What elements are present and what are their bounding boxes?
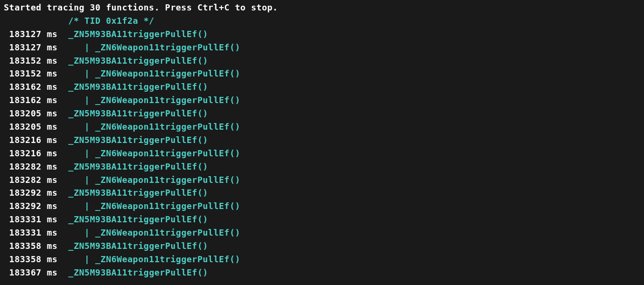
inner-indent: |	[57, 148, 95, 158]
outer-func: _ZN5M93BA11triggerPullEf()	[68, 162, 208, 171]
inner-indent: |	[57, 122, 95, 132]
outer-indent	[57, 266, 68, 279]
inner-func: _ZN6Weapon11triggerPullEf()	[95, 95, 240, 105]
trace-line: 183127 ms _ZN5M93BA11triggerPullEf()	[4, 28, 640, 41]
ms-label: ms	[47, 254, 58, 264]
outer-indent	[57, 80, 68, 94]
trace-line: 183216 ms | _ZN6Weapon11triggerPullEf()	[4, 147, 640, 160]
trace-line: 183358 ms _ZN5M93BA11triggerPullEf()	[4, 239, 640, 253]
ms-label: ms	[47, 135, 58, 145]
trace-line: 183282 ms _ZN5M93BA11triggerPullEf()	[4, 160, 640, 173]
inner-indent: |	[57, 228, 95, 238]
outer-indent	[57, 186, 68, 200]
timestamp: 183162	[4, 82, 47, 92]
outer-indent	[57, 133, 68, 147]
inner-func: _ZN6Weapon11triggerPullEf()	[95, 228, 240, 238]
inner-indent: |	[57, 201, 95, 211]
outer-func: _ZN5M93BA11triggerPullEf()	[68, 241, 208, 251]
inner-func: _ZN6Weapon11triggerPullEf()	[95, 42, 240, 52]
outer-indent	[57, 54, 68, 67]
ms-label: ms	[47, 148, 58, 158]
inner-indent: |	[57, 175, 95, 185]
ms-label: ms	[47, 228, 58, 238]
ms-label: ms	[47, 162, 58, 171]
timestamp: 183205	[4, 122, 47, 132]
outer-func: _ZN5M93BA11triggerPullEf()	[68, 135, 208, 145]
trace-line: 183205 ms _ZN5M93BA11triggerPullEf()	[4, 107, 640, 120]
trace-line: 183282 ms | _ZN6Weapon11triggerPullEf()	[4, 173, 640, 187]
inner-indent: |	[57, 42, 95, 52]
trace-line: 183292 ms | _ZN6Weapon11triggerPullEf()	[4, 200, 640, 213]
ms-label: ms	[47, 175, 58, 185]
outer-func: _ZN5M93BA11triggerPullEf()	[68, 108, 208, 118]
outer-indent	[57, 239, 68, 253]
trace-line: 183205 ms | _ZN6Weapon11triggerPullEf()	[4, 120, 640, 133]
ms-label: ms	[47, 42, 58, 52]
outer-indent	[57, 213, 68, 226]
inner-func: _ZN6Weapon11triggerPullEf()	[95, 122, 240, 132]
timestamp: 183127	[4, 29, 47, 39]
trace-lines-container: 183127 ms _ZN5M93BA11triggerPullEf() 183…	[4, 28, 640, 279]
inner-func: _ZN6Weapon11triggerPullEf()	[95, 148, 240, 158]
timestamp: 183358	[4, 241, 47, 251]
timestamp: 183152	[4, 68, 47, 78]
trace-line: 183162 ms | _ZN6Weapon11triggerPullEf()	[4, 94, 640, 107]
outer-func: _ZN5M93BA11triggerPullEf()	[68, 82, 208, 92]
outer-func: _ZN5M93BA11triggerPullEf()	[68, 214, 208, 224]
timestamp: 183358	[4, 254, 47, 264]
timestamp: 183152	[4, 56, 47, 66]
ms-label: ms	[47, 68, 58, 78]
trace-line: 183331 ms _ZN5M93BA11triggerPullEf()	[4, 213, 640, 226]
tid-comment: /* TID 0x1f2a */	[68, 16, 154, 26]
outer-func: _ZN5M93BA11triggerPullEf()	[68, 188, 208, 198]
timestamp: 183331	[4, 228, 47, 238]
tid-indent	[4, 14, 68, 28]
timestamp: 183216	[4, 135, 47, 145]
ms-label: ms	[47, 122, 58, 132]
trace-header: Started tracing 30 functions. Press Ctrl…	[4, 1, 640, 14]
trace-line: 183358 ms | _ZN6Weapon11triggerPullEf()	[4, 253, 640, 266]
outer-indent	[57, 160, 68, 173]
trace-line: 183127 ms | _ZN6Weapon11triggerPullEf()	[4, 41, 640, 54]
outer-indent	[57, 28, 68, 41]
timestamp: 183216	[4, 148, 47, 158]
ms-label: ms	[47, 201, 58, 211]
timestamp: 183331	[4, 214, 47, 224]
ms-label: ms	[47, 29, 58, 39]
inner-func: _ZN6Weapon11triggerPullEf()	[95, 68, 240, 78]
outer-func: _ZN5M93BA11triggerPullEf()	[68, 56, 208, 66]
ms-label: ms	[47, 267, 58, 277]
trace-line: 183331 ms | _ZN6Weapon11triggerPullEf()	[4, 226, 640, 239]
timestamp: 183162	[4, 95, 47, 105]
trace-line: 183152 ms | _ZN6Weapon11triggerPullEf()	[4, 67, 640, 80]
ms-label: ms	[47, 56, 58, 66]
ms-label: ms	[47, 95, 58, 105]
timestamp: 183282	[4, 162, 47, 171]
trace-line: 183152 ms _ZN5M93BA11triggerPullEf()	[4, 54, 640, 67]
ms-label: ms	[47, 108, 58, 118]
timestamp: 183367	[4, 267, 47, 277]
ms-label: ms	[47, 82, 58, 92]
inner-indent: |	[57, 254, 95, 264]
trace-line: 183292 ms _ZN5M93BA11triggerPullEf()	[4, 186, 640, 200]
ms-label: ms	[47, 214, 58, 224]
inner-func: _ZN6Weapon11triggerPullEf()	[95, 175, 240, 185]
inner-func: _ZN6Weapon11triggerPullEf()	[95, 201, 240, 211]
timestamp: 183292	[4, 201, 47, 211]
inner-indent: |	[57, 68, 95, 78]
timestamp: 183205	[4, 108, 47, 118]
timestamp: 183292	[4, 188, 47, 198]
ms-label: ms	[47, 241, 58, 251]
ms-label: ms	[47, 188, 58, 198]
trace-line: 183216 ms _ZN5M93BA11triggerPullEf()	[4, 133, 640, 147]
outer-indent	[57, 107, 68, 120]
tid-comment-line: /* TID 0x1f2a */	[4, 14, 640, 28]
timestamp: 183127	[4, 42, 47, 52]
outer-func: _ZN5M93BA11triggerPullEf()	[68, 29, 208, 39]
inner-func: _ZN6Weapon11triggerPullEf()	[95, 254, 240, 264]
outer-func: _ZN5M93BA11triggerPullEf()	[68, 267, 208, 277]
trace-line: 183367 ms _ZN5M93BA11triggerPullEf()	[4, 266, 640, 279]
trace-line: 183162 ms _ZN5M93BA11triggerPullEf()	[4, 80, 640, 94]
inner-indent: |	[57, 95, 95, 105]
timestamp: 183282	[4, 175, 47, 185]
